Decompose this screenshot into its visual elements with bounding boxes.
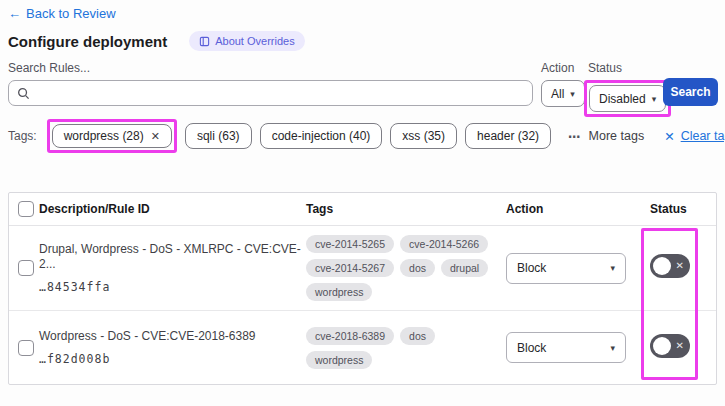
tag-badge: cve-2014-5267 [306, 259, 394, 277]
rule-description: Drupal, Wordpress - DoS - XMLRPC - CVE:C… [39, 242, 306, 272]
status-filter-value: Disabled [599, 92, 646, 106]
about-overrides-label: About Overrides [215, 35, 294, 47]
toggle-knob [653, 257, 671, 275]
tag-badge: wordpress [306, 283, 372, 301]
search-rules-box [8, 80, 533, 106]
tag-badge: wordpress [306, 351, 372, 369]
action-select-value: Block [517, 341, 546, 355]
search-rules-input[interactable] [37, 81, 532, 105]
column-header-action: Action [506, 202, 646, 216]
rule-id: …f82d008b [39, 352, 306, 366]
tags-bar-label: Tags: [8, 129, 37, 143]
title-row: Configure deployment About Overrides [8, 31, 305, 51]
tag-filter-xss[interactable]: xss (35) [390, 123, 457, 149]
status-toggle-off[interactable]: ✕ [650, 254, 690, 278]
chevron-down-icon: ▾ [570, 89, 575, 99]
select-all-checkbox[interactable] [18, 201, 34, 217]
remove-tag-icon[interactable]: ✕ [151, 130, 160, 143]
row-checkbox[interactable] [18, 340, 34, 356]
toggle-knob [653, 337, 671, 355]
highlight-box-active-tag: wordpress (28) ✕ [47, 119, 177, 153]
more-tags-button[interactable]: ⋯ More tags [568, 129, 644, 144]
rule-tags: cve-2014-5265 cve-2014-5266 cve-2014-526… [306, 235, 496, 301]
rule-description: Wordpress - DoS - CVE:CVE-2018-6389 [39, 329, 306, 344]
tags-bar: Tags: wordpress (28) ✕ sqli (63) code-in… [8, 119, 720, 153]
action-select[interactable]: Block ▾ [506, 332, 626, 363]
tag-badge: cve-2018-6389 [306, 327, 394, 345]
tag-badge: dos [400, 327, 435, 345]
row-checkbox[interactable] [18, 260, 34, 276]
search-button[interactable]: Search [663, 78, 718, 106]
search-rules-group: Search Rules... [8, 61, 533, 106]
action-filter-value: All [551, 87, 564, 101]
tag-badge: dos [400, 259, 435, 277]
docs-icon [199, 36, 210, 47]
about-overrides-badge[interactable]: About Overrides [189, 31, 304, 51]
chevron-down-icon: ▾ [610, 343, 615, 353]
table-row: Drupal, Wordpress - DoS - XMLRPC - CVE:C… [9, 226, 716, 311]
clear-tags-link[interactable]: ✕ Clear tags [664, 129, 725, 144]
toggle-off-icon: ✕ [676, 341, 684, 351]
tag-filter-sqli[interactable]: sqli (63) [185, 123, 252, 149]
back-arrow-icon: ← [8, 6, 21, 21]
back-link-label: Back to Review [26, 6, 116, 21]
table-row: Wordpress - DoS - CVE:CVE-2018-6389 …f82… [9, 311, 716, 384]
tag-badge: cve-2014-5266 [400, 235, 488, 253]
active-tag-wordpress[interactable]: wordpress (28) ✕ [52, 124, 172, 148]
clear-icon: ✕ [664, 129, 674, 144]
highlight-box-status-filter: Disabled ▾ [584, 80, 671, 117]
table-header-row: Description/Rule ID Tags Action Status [9, 193, 716, 226]
tag-filter-header[interactable]: header (32) [465, 123, 551, 149]
column-header-tags: Tags [306, 202, 506, 216]
search-rules-label: Search Rules... [8, 61, 533, 75]
active-tag-label: wordpress (28) [64, 129, 144, 143]
column-header-status: Status [646, 202, 716, 216]
tag-badge: cve-2014-5265 [306, 235, 394, 253]
action-filter-group: Action All ▾ [541, 61, 585, 107]
status-filter-label: Status [588, 61, 671, 75]
page-title: Configure deployment [8, 33, 167, 50]
more-tags-label: More tags [589, 129, 645, 143]
rule-tags: cve-2018-6389 dos wordpress [306, 327, 496, 369]
clear-tags-label: Clear tags [681, 129, 725, 143]
rule-id: …84534ffa [39, 280, 306, 294]
back-to-review-link[interactable]: ← Back to Review [8, 6, 116, 21]
rules-table: Description/Rule ID Tags Action Status D… [8, 192, 717, 385]
status-toggle-off[interactable]: ✕ [650, 334, 690, 358]
tag-badge: drupal [441, 259, 488, 277]
configure-deployment-page: ← Back to Review Configure deployment Ab… [0, 0, 725, 406]
ellipsis-icon: ⋯ [568, 129, 582, 144]
column-header-description: Description/Rule ID [39, 202, 306, 216]
chevron-down-icon: ▾ [652, 94, 657, 104]
action-filter-label: Action [541, 61, 585, 75]
status-filter-group: Status Disabled ▾ [584, 61, 671, 117]
action-select[interactable]: Block ▾ [506, 253, 626, 284]
toggle-off-icon: ✕ [676, 261, 684, 271]
tag-filter-code-injection[interactable]: code-injection (40) [260, 123, 383, 149]
chevron-down-icon: ▾ [610, 263, 615, 273]
status-filter-select[interactable]: Disabled ▾ [589, 85, 666, 112]
action-select-value: Block [517, 261, 546, 275]
action-filter-select[interactable]: All ▾ [541, 80, 585, 107]
